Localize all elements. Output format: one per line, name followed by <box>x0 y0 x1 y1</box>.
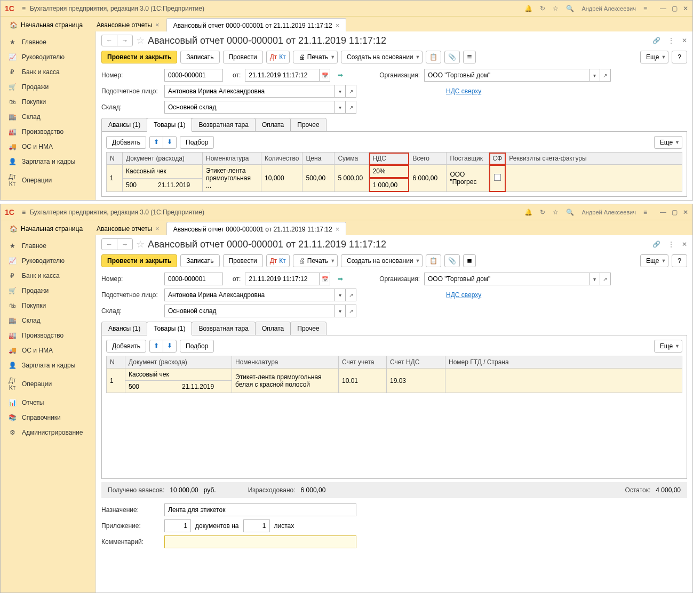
calendar-icon[interactable]: 📅 <box>320 273 330 285</box>
date-input[interactable] <box>245 69 320 82</box>
vat-link[interactable]: НДС сверху <box>446 291 481 299</box>
tab-goods[interactable]: Товары (1) <box>147 118 192 132</box>
sidebar-item[interactable]: 👤Зарплата и кадры <box>1 358 95 373</box>
more-icon[interactable]: ⋮ <box>668 37 674 44</box>
chevron-down-icon[interactable]: ▾ <box>335 101 346 114</box>
sidebar-item[interactable]: ДтКтОперации <box>1 169 95 191</box>
sidebar-item[interactable]: 🏬Склад <box>1 313 95 328</box>
move-down-icon[interactable]: ⬇ <box>163 340 176 352</box>
tab-reports[interactable]: Авансовые отчеты× <box>90 18 166 31</box>
menu-icon[interactable]: ≡ <box>22 5 26 12</box>
sidebar-item[interactable]: 🏭Производство <box>1 328 95 343</box>
sidebar-item[interactable]: ⚙Администрирование <box>1 425 95 440</box>
chevron-down-icon[interactable]: ▾ <box>335 305 346 317</box>
date-input[interactable] <box>245 273 320 285</box>
chevron-down-icon[interactable]: ▾ <box>590 273 600 285</box>
user-name[interactable]: Андрей Алексеевич <box>582 209 636 215</box>
select-button[interactable]: Подбор <box>180 340 214 353</box>
list-button[interactable]: ≣ <box>463 254 476 267</box>
sidebar-item[interactable]: 🏭Производство <box>1 124 95 139</box>
close-icon[interactable]: × <box>336 225 340 233</box>
tab-tare[interactable]: Возвратная тара <box>192 322 256 335</box>
print-button[interactable]: 🖨 Печать ▼ <box>293 254 338 267</box>
number-input[interactable] <box>164 273 223 285</box>
back-button[interactable]: ← <box>102 35 117 46</box>
print-button[interactable]: 🖨 Печать ▼ <box>293 51 338 63</box>
write-button[interactable]: Записать <box>180 51 219 63</box>
link-icon[interactable]: 🔗 <box>652 37 660 44</box>
search-icon[interactable]: 🔍 <box>566 5 574 12</box>
sidebar-item[interactable]: ★Главное <box>1 35 95 50</box>
sidebar-item[interactable]: ДтКтОперации <box>1 373 95 395</box>
attach-button[interactable]: 📎 <box>444 51 460 63</box>
calendar-icon[interactable]: 📅 <box>320 69 330 82</box>
sf-checkbox[interactable] <box>489 165 506 192</box>
post-close-button[interactable]: Провести и закрыть <box>101 254 177 267</box>
minimize-icon[interactable]: — <box>660 209 666 216</box>
menu-icon[interactable]: ≡ <box>22 209 26 216</box>
tab-payment[interactable]: Оплата <box>255 118 291 132</box>
table-row[interactable]: 1 Кассовый чек Этикет-лента прямоугольна… <box>107 165 682 179</box>
move-up-icon[interactable]: ⬆ <box>150 340 163 352</box>
move-up-icon[interactable]: ⬆ <box>150 137 163 148</box>
sidebar-item[interactable]: ₽Банк и касса <box>1 268 95 283</box>
forward-button[interactable]: → <box>117 35 132 46</box>
link-icon[interactable]: 🔗 <box>652 241 660 248</box>
attach-docs-input[interactable] <box>164 519 191 532</box>
create-based-button[interactable]: Создать на основании ▼ <box>341 51 423 63</box>
favorite-icon[interactable]: ☆ <box>136 238 145 250</box>
search-icon[interactable]: 🔍 <box>566 209 574 216</box>
tab-home[interactable]: 🏠Начальная страница <box>3 18 90 31</box>
number-input[interactable] <box>164 69 223 82</box>
dtkt-button[interactable]: ДтКт <box>266 51 290 63</box>
create-based-button[interactable]: Создать на основании ▼ <box>341 254 423 267</box>
tab-home[interactable]: 🏠Начальная страница <box>3 222 90 235</box>
chevron-down-icon[interactable]: ▾ <box>335 85 346 98</box>
post-close-button[interactable]: Провести и закрыть <box>101 51 177 63</box>
org-input[interactable] <box>424 273 590 285</box>
write-button[interactable]: Записать <box>180 254 219 267</box>
store-input[interactable] <box>164 101 335 114</box>
back-button[interactable]: ← <box>102 239 117 250</box>
star-icon[interactable]: ☆ <box>553 209 559 216</box>
sidebar-item[interactable]: 📈Руководителю <box>1 253 95 268</box>
minimize-icon[interactable]: — <box>660 5 666 12</box>
person-input[interactable] <box>164 289 335 301</box>
sidebar-item[interactable]: 👤Зарплата и кадры <box>1 154 95 169</box>
dtkt-button[interactable]: ДтКт <box>266 254 290 267</box>
history-icon[interactable]: ↻ <box>540 209 545 216</box>
settings-icon[interactable]: ≡ <box>643 209 647 216</box>
close-icon[interactable]: × <box>155 21 160 29</box>
goods-table[interactable]: N Документ (расхода) Номенклатура Количе… <box>106 152 682 192</box>
sidebar-item[interactable]: 📊Отчеты <box>1 395 95 410</box>
post-button[interactable]: Провести <box>223 254 263 267</box>
close-icon[interactable]: ✕ <box>683 5 688 12</box>
sidebar-item[interactable]: ₽Банк и касса <box>1 65 95 79</box>
add-button[interactable]: Добавить <box>106 340 146 353</box>
sidebar-item[interactable]: 🛒Продажи <box>1 283 95 298</box>
sidebar-item[interactable]: 🚚ОС и НМА <box>1 343 95 358</box>
vat-link[interactable]: НДС сверху <box>446 87 481 95</box>
select-button[interactable]: Подбор <box>180 136 214 149</box>
maximize-icon[interactable]: ▢ <box>672 209 678 216</box>
open-icon[interactable]: ↗ <box>346 305 356 317</box>
copy-button[interactable]: 📋 <box>426 254 441 267</box>
more-button[interactable]: Еще ▼ <box>640 51 668 63</box>
open-icon[interactable]: ↗ <box>346 85 356 98</box>
post-button[interactable]: Провести <box>223 51 263 63</box>
tab-document[interactable]: Авансовый отчет 0000-000001 от 21.11.201… <box>166 222 347 236</box>
sidebar-item[interactable]: 📚Справочники <box>1 410 95 425</box>
attach-button[interactable]: 📎 <box>444 254 460 267</box>
tab-payment[interactable]: Оплата <box>255 322 291 335</box>
more-button[interactable]: Еще ▼ <box>654 136 682 149</box>
sidebar-item[interactable]: 🛍Покупки <box>1 298 95 313</box>
tab-reports[interactable]: Авансовые отчеты× <box>90 221 166 235</box>
close-icon[interactable]: × <box>155 225 160 233</box>
purpose-input[interactable] <box>164 503 356 516</box>
close-icon[interactable]: ✕ <box>682 241 687 248</box>
store-input[interactable] <box>164 305 335 317</box>
settings-icon[interactable]: ≡ <box>643 5 647 12</box>
more-icon[interactable]: ⋮ <box>668 241 674 248</box>
comment-input[interactable] <box>164 535 356 548</box>
close-icon[interactable]: × <box>336 21 340 29</box>
